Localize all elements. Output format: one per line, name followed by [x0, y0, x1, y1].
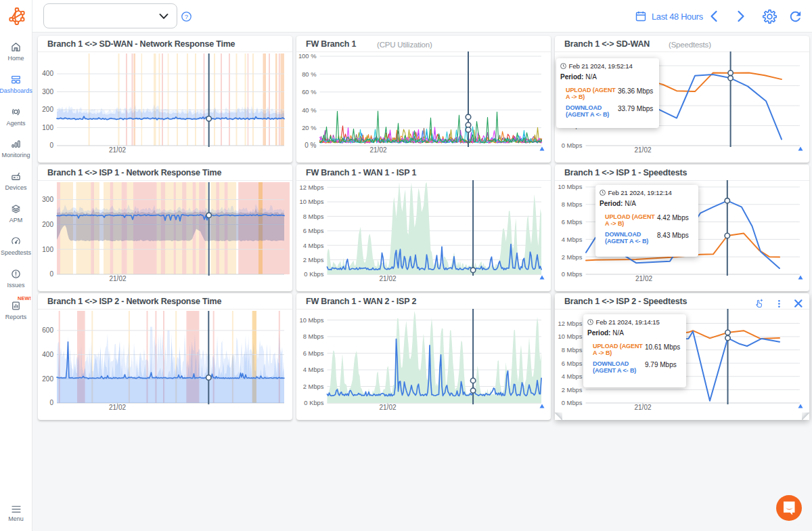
- svg-text:10 Mbps: 10 Mbps: [558, 183, 583, 190]
- svg-text:0 Mbps: 0 Mbps: [562, 142, 583, 149]
- svg-text:200: 200: [42, 106, 53, 113]
- svg-text:100: 100: [42, 124, 53, 131]
- svg-text:2 Mbps: 2 Mbps: [303, 256, 324, 263]
- svg-text:200: 200: [42, 375, 53, 383]
- svg-text:20 %: 20 %: [302, 124, 316, 131]
- svg-text:10 Mbps: 10 Mbps: [558, 333, 583, 340]
- svg-text:8 Mbps: 8 Mbps: [303, 213, 324, 220]
- svg-text:200: 200: [42, 221, 53, 228]
- svg-text:2 Mbps: 2 Mbps: [562, 386, 583, 394]
- svg-text:100: 100: [42, 246, 53, 253]
- svg-text:8 Mbps: 8 Mbps: [562, 346, 583, 354]
- svg-text:21/02: 21/02: [634, 404, 651, 411]
- svg-text:0 Kbps: 0 Kbps: [304, 270, 323, 278]
- svg-text:8 Mbps: 8 Mbps: [303, 333, 324, 340]
- svg-text:21/02: 21/02: [634, 146, 651, 154]
- svg-text:6 Mbps: 6 Mbps: [562, 218, 583, 226]
- svg-text:?: ?: [185, 13, 188, 20]
- svg-text:2 Mbps: 2 Mbps: [562, 253, 583, 261]
- svg-text:21/02: 21/02: [379, 404, 396, 411]
- svg-text:21/02: 21/02: [379, 275, 396, 282]
- svg-text:80 %: 80 %: [302, 70, 316, 78]
- svg-text:400: 400: [42, 351, 53, 358]
- svg-text:10 Mbps: 10 Mbps: [300, 198, 324, 205]
- svg-text:40 %: 40 %: [302, 106, 316, 114]
- svg-text:300: 300: [42, 88, 53, 95]
- svg-text:12 Mbps: 12 Mbps: [300, 184, 324, 191]
- svg-text:0 Kbps: 0 Kbps: [304, 399, 323, 406]
- svg-text:21/02: 21/02: [109, 404, 126, 411]
- svg-text:0: 0: [49, 142, 53, 149]
- svg-text:6 Mbps: 6 Mbps: [303, 349, 324, 357]
- svg-text:12 Mbps: 12 Mbps: [558, 320, 583, 327]
- svg-text:4 Mbps: 4 Mbps: [562, 236, 583, 243]
- svg-text:21/02: 21/02: [109, 275, 126, 282]
- svg-text:0: 0: [49, 399, 53, 406]
- svg-text:300: 300: [42, 196, 53, 203]
- svg-text:21/02: 21/02: [109, 146, 126, 154]
- svg-text:21/02: 21/02: [635, 275, 652, 282]
- svg-text:60 %: 60 %: [302, 88, 316, 95]
- svg-text:0: 0: [49, 270, 53, 278]
- svg-text:0 %: 0 %: [304, 142, 316, 149]
- svg-text:8 Mbps: 8 Mbps: [562, 200, 583, 208]
- svg-text:6 Mbps: 6 Mbps: [562, 360, 583, 367]
- svg-text:2 Mbps: 2 Mbps: [303, 383, 324, 390]
- svg-text:4 Mbps: 4 Mbps: [303, 242, 324, 249]
- svg-text:400: 400: [42, 70, 53, 77]
- svg-text:10 Mbps: 10 Mbps: [300, 316, 324, 324]
- svg-text:0 Mbps: 0 Mbps: [562, 399, 583, 406]
- svg-text:21/02: 21/02: [369, 146, 386, 154]
- svg-text:4 Mbps: 4 Mbps: [562, 373, 583, 380]
- svg-text:100 %: 100 %: [298, 52, 317, 60]
- svg-text:6 Mbps: 6 Mbps: [303, 227, 324, 234]
- svg-text:0 Mbps: 0 Mbps: [562, 270, 583, 278]
- svg-text:4 Mbps: 4 Mbps: [303, 366, 324, 373]
- svg-text:600: 600: [42, 326, 53, 334]
